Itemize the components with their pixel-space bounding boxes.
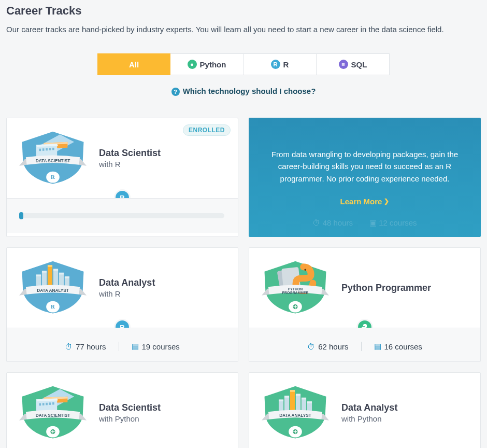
track-card-data-analyst-python[interactable]: DATA ANALYST Data Analyst with Python <box>249 372 481 448</box>
svg-text:PYTHON: PYTHON <box>288 287 303 291</box>
track-card-data-analyst-r[interactable]: DATA ANALYST Data Analyst with R R ⏱77 h… <box>6 247 238 362</box>
promo-cta-label: Learn More <box>340 197 382 206</box>
card-titles: Data Analyst with R <box>99 277 155 298</box>
card-title: Data Scientist <box>99 148 161 159</box>
card-titles: Data Scientist with R <box>99 148 161 169</box>
card-stats: ⏱77 hours ▤19 courses <box>17 339 227 351</box>
list-icon: ▤ <box>132 342 139 351</box>
card-stats: ⏱62 hours ▤16 courses <box>260 339 470 351</box>
tech-tabs: All ● Python R R ≡ SQL <box>6 53 481 75</box>
stat-courses: ▤19 courses <box>132 342 180 351</box>
card-titles: Data Analyst with Python <box>341 402 397 423</box>
card-top: DATA ANALYST Data Analyst with Python <box>249 373 480 448</box>
card-title: Data Analyst <box>99 277 155 288</box>
card-top: PYTHON PROGRAMMER Python Programmer <box>249 248 480 328</box>
tab-sql[interactable]: ≡ SQL <box>317 53 390 75</box>
divider <box>361 342 362 351</box>
track-badge-icon: DATA ANALYST <box>262 384 329 441</box>
track-badge-icon: DATA ANALYST <box>19 259 87 316</box>
svg-text:DATA ANALYST: DATA ANALYST <box>279 413 311 418</box>
card-title: Data Analyst <box>341 402 397 413</box>
promo-text: From data wrangling to developing packag… <box>267 148 462 185</box>
stat-hours: ⏱62 hours <box>307 342 348 351</box>
question-icon: ? <box>171 88 180 96</box>
tab-label: R <box>283 60 289 69</box>
clock-icon: ⏱ <box>307 342 315 351</box>
card-bottom: ⏱62 hours ▤16 courses <box>249 328 480 361</box>
card-bottom: ⏱77 hours ▤19 courses <box>7 328 238 361</box>
svg-text:PROGRAMMER: PROGRAMMER <box>282 291 308 295</box>
chevron-right-icon: ❯ <box>384 198 389 205</box>
track-card-data-scientist-python[interactable]: DATA SCIENTIST Data Scientist with Pytho… <box>6 372 238 448</box>
tab-label: Python <box>200 60 226 69</box>
promo-learn-more[interactable]: Learn More ❯ <box>340 197 390 206</box>
card-subtitle: with R <box>99 289 155 298</box>
help-link-text: Which technology should I choose? <box>183 87 316 95</box>
card-top: DATA SCIENTIST Data Scientist with Pytho… <box>7 373 238 448</box>
tab-all[interactable]: All <box>97 53 170 75</box>
python-icon: ● <box>188 60 197 69</box>
card-title: Python Programmer <box>341 283 431 293</box>
card-bottom <box>7 198 238 233</box>
track-card-python-programmer[interactable]: PYTHON PROGRAMMER Python Programmer ⏱62 … <box>249 247 481 362</box>
track-badge-icon: PYTHON PROGRAMMER <box>262 259 329 316</box>
card-title: Data Scientist <box>99 402 161 413</box>
stat-courses: ▤16 courses <box>374 342 422 351</box>
page-header: Career Tracks Our career tracks are hand… <box>6 0 481 40</box>
tab-python[interactable]: ● Python <box>170 53 244 75</box>
svg-text:DATA SCIENTIST: DATA SCIENTIST <box>36 159 70 163</box>
r-icon: R <box>271 60 280 69</box>
sql-icon: ≡ <box>339 60 348 69</box>
clock-icon: ⏱ <box>65 342 73 351</box>
card-titles: Python Programmer <box>341 283 431 293</box>
track-card-data-scientist-r[interactable]: ENROLLED DATA SCIENTIST Data Scientist w… <box>6 118 238 237</box>
stat-hours: ⏱77 hours <box>65 342 106 351</box>
progress-bar <box>17 209 227 222</box>
svg-text:DATA SCIENTIST: DATA SCIENTIST <box>36 413 70 418</box>
tab-label: All <box>129 60 139 69</box>
page-subtitle: Our career tracks are hand-picked by ind… <box>6 25 481 34</box>
card-titles: Data Scientist with Python <box>99 402 161 423</box>
divider <box>119 342 119 351</box>
card-top: DATA SCIENTIST Data Scientist with R R <box>7 118 238 198</box>
track-badge-icon: DATA SCIENTIST <box>19 130 87 187</box>
card-top: DATA ANALYST Data Analyst with R R <box>7 248 238 328</box>
svg-text:DATA ANALYST: DATA ANALYST <box>37 288 68 293</box>
list-icon: ▤ <box>374 342 381 351</box>
promo-faded-stats: ⏱ 48 hours ▣ 12 courses <box>249 218 481 228</box>
card-subtitle: with Python <box>99 414 161 423</box>
tab-label: SQL <box>351 60 367 69</box>
track-card-promo[interactable]: ⏱ 48 hours ▣ 12 courses From data wrangl… <box>249 118 481 237</box>
card-subtitle: with R <box>99 160 161 169</box>
tracks-grid: ENROLLED DATA SCIENTIST Data Scientist w… <box>6 118 481 448</box>
help-link[interactable]: ?Which technology should I choose? <box>6 87 481 96</box>
card-subtitle: with Python <box>341 414 397 423</box>
tab-r[interactable]: R R <box>244 53 317 75</box>
track-badge-icon: DATA SCIENTIST <box>19 384 87 441</box>
page-title: Career Tracks <box>6 4 481 18</box>
